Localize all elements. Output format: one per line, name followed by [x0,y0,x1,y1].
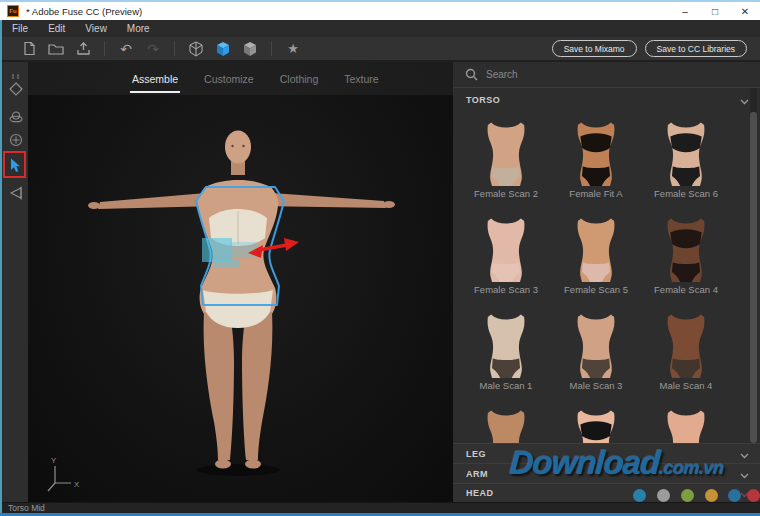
axis-x-label: X [74,480,80,489]
section-torso[interactable]: TORSO [453,88,760,112]
thumbnail-label: Female Scan 6 [654,188,718,199]
save-to-cc-libraries-button[interactable]: Save to CC Libraries [645,40,747,57]
axis-gizmo [48,466,71,491]
shaded-view-icon[interactable] [214,40,232,58]
textured-view-icon[interactable] [241,40,259,58]
new-document-icon[interactable] [20,40,38,58]
mode-tabs: Assemble Customize Clothing Texture [28,62,453,95]
panel-scrollbar[interactable] [750,88,757,443]
close-button[interactable]: ✕ [730,2,760,20]
tab-customize[interactable]: Customize [204,73,254,85]
menu-view[interactable]: View [75,23,117,34]
minimize-button[interactable]: – [670,2,700,20]
torso-thumbnail[interactable]: Female Scan 4 [641,208,731,304]
thumbnail-label: Male Scan 1 [480,380,533,391]
app-logo-icon: Fu [7,5,19,17]
maximize-button[interactable]: □ [700,2,730,20]
select-tool-icon[interactable] [7,157,22,173]
thumbnail-label: Female Scan 5 [564,284,628,295]
open-folder-icon[interactable] [47,40,65,58]
torso-thumbnail[interactable]: Male Scan 1 [461,304,551,400]
section-head-label: HEAD [466,488,494,498]
assets-panel: TORSO Female Scan 2 Female Fit A Female … [453,62,760,502]
save-to-mixamo-button[interactable]: Save to Mixamo [552,40,637,57]
torso-thumbnail[interactable]: Female Scan 2 [461,112,551,208]
tool-sidebar [0,62,28,502]
toolbar-separator [174,41,175,56]
redo-icon[interactable]: ↷ [144,40,162,58]
search-input[interactable] [486,69,686,80]
menu-file[interactable]: File [2,23,38,34]
character-model: Y X [28,62,453,502]
perspective-tool-icon[interactable] [7,184,25,202]
tab-texture[interactable]: Texture [344,73,378,85]
tab-assemble[interactable]: Assemble [132,73,178,85]
status-bar: Torso Mid [0,502,760,513]
torso-thumbnail[interactable] [461,400,551,443]
tutorial-highlight-box [3,151,26,178]
torso-thumbnail[interactable] [641,400,731,443]
chevron-down-icon[interactable] [740,484,749,502]
torso-thumbnail[interactable] [551,400,641,443]
thumbnail-label: Male Scan 4 [660,380,713,391]
thumbnail-label: Female Scan 3 [474,284,538,295]
search-bar [453,62,760,88]
favorites-star-icon[interactable]: ★ [284,40,302,58]
thumbnail-label: Female Fit A [569,188,622,199]
thumbnail-label: Female Scan 4 [654,284,718,295]
app-window: Fu * Adobe Fuse CC (Preview) – □ ✕ File … [0,0,760,516]
section-arm-label: ARM [466,469,488,479]
thumbnail-label: Male Scan 3 [570,380,623,391]
pan-tool-icon[interactable] [7,131,25,149]
torso-thumbnail[interactable]: Female Scan 3 [461,208,551,304]
tab-clothing[interactable]: Clothing [280,73,319,85]
status-text: Torso Mid [8,503,45,513]
3d-viewport[interactable]: Assemble Customize Clothing Texture [28,62,453,502]
section-torso-label: TORSO [466,95,500,105]
torso-thumbnail-grid: Female Scan 2 Female Fit A Female Scan 6… [453,112,760,443]
torso-thumbnail[interactable]: Male Scan 4 [641,304,731,400]
torso-thumbnail[interactable]: Female Fit A [551,112,641,208]
window-left-border [0,20,2,513]
chevron-down-icon[interactable] [740,91,749,109]
chevron-down-icon[interactable] [740,445,749,463]
orbit-tool-icon[interactable] [7,108,25,126]
menu-edit[interactable]: Edit [38,23,75,34]
toolbar: ↶ ↷ ★ Save to Mixamo Save to CC Librarie… [0,37,760,62]
section-arm[interactable]: ARM [453,463,760,483]
axis-y-label: Y [51,456,57,465]
undo-icon[interactable]: ↶ [117,40,135,58]
torso-thumbnail[interactable]: Female Scan 6 [641,112,731,208]
wireframe-view-icon[interactable] [187,40,205,58]
scrollbar-thumb[interactable] [750,112,757,443]
section-head[interactable]: HEAD [453,483,760,502]
move-tool-icon[interactable] [7,80,25,98]
chevron-down-icon[interactable] [740,465,749,483]
search-icon [465,68,478,81]
title-bar: Fu * Adobe Fuse CC (Preview) – □ ✕ [0,0,760,20]
section-leg-label: LEG [466,449,486,459]
toolbar-separator [104,41,105,56]
export-save-icon[interactable] [74,40,92,58]
toolbar-separator [271,41,272,56]
section-leg[interactable]: LEG [453,443,760,463]
menu-bar: File Edit View More [0,20,760,37]
menu-more[interactable]: More [117,23,160,34]
torso-thumbnail[interactable]: Female Scan 5 [551,208,641,304]
window-title: * Adobe Fuse CC (Preview) [26,6,142,17]
thumbnail-label: Female Scan 2 [474,188,538,199]
torso-thumbnail[interactable]: Male Scan 3 [551,304,641,400]
